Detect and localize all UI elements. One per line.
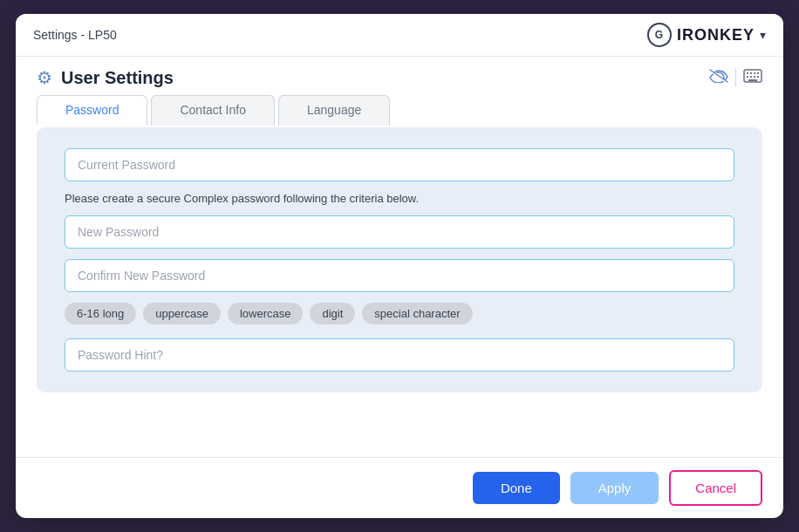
cancel-button[interactable]: Cancel: [669, 470, 762, 506]
titlebar-right: G IRONKEY ▾: [647, 23, 766, 47]
svg-rect-9: [748, 79, 757, 81]
svg-rect-6: [750, 76, 752, 78]
header-right: [709, 69, 762, 87]
svg-rect-3: [754, 72, 755, 74]
chip-special: special character: [362, 303, 472, 324]
tab-contact-info[interactable]: Contact Info: [151, 95, 275, 126]
vertical-divider: [735, 69, 736, 86]
current-password-input[interactable]: [65, 148, 734, 181]
apply-button[interactable]: Apply: [570, 472, 659, 504]
password-panel: Please create a secure Complex password …: [37, 127, 762, 392]
titlebar: Settings - LP50 G IRONKEY ▾: [16, 14, 783, 57]
tab-password[interactable]: Password: [37, 95, 147, 126]
password-criteria-chips: 6-16 long uppercase lowercase digit spec…: [65, 303, 734, 324]
chip-uppercase: uppercase: [143, 303, 221, 324]
logo-circle-icon: G: [647, 23, 672, 47]
svg-rect-7: [754, 76, 755, 78]
tab-bar: Password Contact Info Language: [16, 95, 783, 126]
page-header: ⚙ User Settings: [16, 57, 783, 95]
settings-window: Settings - LP50 G IRONKEY ▾ ⚙ User Setti…: [16, 14, 783, 518]
chip-length: 6-16 long: [65, 303, 136, 324]
svg-rect-2: [750, 72, 752, 74]
chip-digit: digit: [310, 303, 355, 324]
confirm-password-input[interactable]: [65, 259, 734, 292]
password-hint-input[interactable]: [65, 338, 734, 372]
content-area: Please create a secure Complex password …: [16, 126, 783, 457]
keyboard-icon[interactable]: [743, 69, 762, 87]
done-button[interactable]: Done: [473, 472, 560, 504]
tab-language[interactable]: Language: [278, 95, 390, 126]
logo-text: IRONKEY: [677, 26, 755, 44]
page-title: User Settings: [61, 68, 174, 88]
chevron-down-icon[interactable]: ▾: [760, 28, 766, 42]
window-title: Settings - LP50: [33, 28, 117, 42]
svg-rect-8: [757, 76, 759, 78]
gear-icon: ⚙: [37, 67, 52, 88]
footer-actions: Done Apply Cancel: [16, 457, 783, 518]
chip-lowercase: lowercase: [228, 303, 304, 324]
new-password-input[interactable]: [65, 215, 734, 249]
header-left: ⚙ User Settings: [37, 67, 174, 88]
criteria-text: Please create a secure Complex password …: [65, 192, 734, 205]
svg-rect-5: [747, 76, 748, 78]
svg-rect-4: [757, 72, 759, 74]
eye-slash-icon[interactable]: [709, 69, 728, 87]
ironkey-logo: G IRONKEY: [647, 23, 755, 47]
svg-rect-1: [747, 72, 748, 74]
